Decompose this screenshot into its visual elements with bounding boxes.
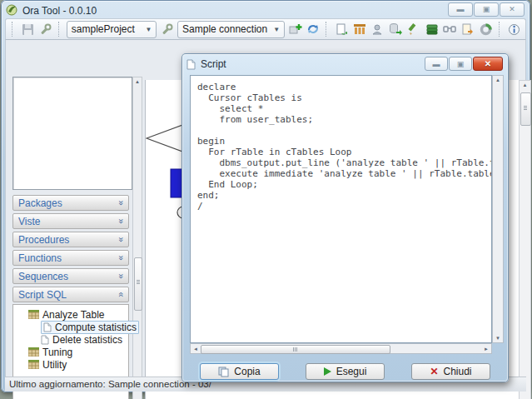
window-title: Ora Tool - 0.0.10: [22, 5, 97, 17]
canvas-vertical-scrollbar[interactable]: ▲ ▼: [519, 80, 531, 399]
save-button[interactable]: [20, 21, 36, 37]
sidebar-scroll-thumb[interactable]: [134, 257, 142, 311]
table-folder-icon: [28, 360, 39, 369]
scroll-up-icon[interactable]: ▲: [493, 77, 503, 82]
tree-item-label: Utility: [42, 359, 67, 371]
chevron-double-down-icon: »: [116, 200, 125, 205]
app-icon: [6, 3, 18, 18]
code-line: dbms_output.put_line ('analyze table ' |…: [197, 157, 491, 168]
section-label: Packages: [18, 197, 62, 209]
scroll-up-icon[interactable]: ▲: [133, 79, 142, 84]
dialog-minimize-button[interactable]: ▬: [425, 57, 448, 71]
toolbar-grip: [12, 22, 15, 37]
tree-item-compute-statistics[interactable]: Compute statistics: [13, 321, 128, 333]
donut-icon[interactable]: [478, 21, 494, 37]
minimize-button[interactable]: ▬: [448, 2, 473, 17]
execute-button-label: Esegui: [336, 366, 367, 377]
code-line: /: [197, 201, 491, 212]
section-label: Procedures: [18, 234, 69, 246]
script-file-icon: [43, 322, 52, 332]
canvas-vscroll-thumb[interactable]: [520, 92, 531, 126]
project-combobox-value: sampleProject: [72, 23, 135, 35]
sidebar-section-viste[interactable]: Viste »: [12, 213, 129, 229]
close-button[interactable]: ✕: [500, 2, 525, 17]
sidebar-section-functions[interactable]: Functions »: [12, 250, 129, 266]
toolbar-separator: [58, 22, 62, 37]
users-icon[interactable]: [370, 21, 385, 37]
copy-button[interactable]: Copia: [200, 363, 279, 380]
maximize-button[interactable]: ▣: [474, 2, 499, 17]
play-icon: [324, 367, 331, 376]
glasses-icon[interactable]: [442, 21, 458, 37]
project-combobox[interactable]: sampleProject ▼: [67, 21, 157, 38]
chevron-down-icon: ▼: [273, 26, 280, 33]
overview-panel[interactable]: [12, 77, 132, 190]
tree-item-label: Analyze Table: [42, 309, 105, 321]
dialog-horizontal-scrollbar[interactable]: ◄ ►: [190, 343, 492, 354]
sidebar-section-packages[interactable]: Packages »: [12, 195, 129, 211]
scroll-down-icon[interactable]: ▼: [493, 336, 503, 341]
chevron-double-down-icon: »: [116, 255, 125, 260]
code-line: execute immediate 'analyze table ' || rT…: [197, 168, 491, 179]
export-page-icon[interactable]: [460, 21, 475, 37]
chevron-double-down-icon: »: [116, 218, 125, 223]
chevron-double-down-icon: »: [116, 273, 125, 278]
toolbar-separator: [499, 22, 502, 37]
tree-item-label: Tuning: [42, 347, 72, 358]
run-script-icon[interactable]: [334, 21, 350, 37]
scroll-up-icon[interactable]: ▲: [520, 82, 530, 87]
close-dialog-button[interactable]: ✕ Chiudi: [411, 363, 490, 380]
close-button-label: Chiudi: [444, 366, 472, 377]
scroll-right-icon[interactable]: ►: [482, 347, 490, 352]
sidebar-section-sequences[interactable]: Sequences »: [12, 268, 129, 284]
script-file-icon: [186, 59, 196, 70]
project-settings-wrench-icon[interactable]: [37, 21, 53, 37]
toolbar: sampleProject ▼ Sample connection ▼: [5, 18, 526, 40]
section-label: Sequences: [18, 271, 68, 282]
code-line: begin: [197, 136, 491, 147]
chevron-double-up-icon: «: [116, 292, 125, 297]
add-connection-button[interactable]: [287, 21, 303, 37]
tree-item-delete-statistics[interactable]: Delete statistics: [13, 333, 128, 346]
money-cards-icon[interactable]: [424, 21, 440, 37]
dialog-title-bar: Script: [186, 57, 417, 72]
scroll-left-icon[interactable]: ◄: [191, 347, 200, 352]
sidebar-scrollbar[interactable]: ▲ ▼: [132, 77, 142, 399]
section-label: Script SQL: [18, 289, 67, 301]
dialog-vertical-scrollbar[interactable]: ▲ ▼: [492, 75, 504, 343]
sidebar-section-script-sql[interactable]: Script SQL «: [12, 287, 129, 302]
edit-pen-icon[interactable]: [406, 21, 422, 37]
script-file-icon: [41, 335, 49, 345]
code-line: from user_tables;: [197, 114, 491, 125]
table-folder-icon: [28, 310, 39, 319]
table-folder-icon: [28, 347, 39, 357]
copy-icon: [218, 367, 229, 377]
dialog-hscroll-thumb[interactable]: [201, 345, 390, 354]
close-x-icon: ✕: [430, 366, 438, 377]
execute-button[interactable]: Esegui: [306, 363, 385, 380]
chevron-double-down-icon: »: [116, 237, 125, 242]
database-export-icon[interactable]: [388, 21, 404, 37]
code-line: end;: [197, 190, 491, 201]
tree-item-tuning[interactable]: Tuning: [13, 346, 128, 358]
dialog-button-row: Copia Esegui ✕ Chiudi: [181, 363, 509, 382]
code-line: End Loop;: [197, 179, 491, 190]
sql-code-area[interactable]: declare Cursor cTables is select * from …: [190, 75, 492, 343]
tree-item-analyze-table[interactable]: Analyze Table: [13, 308, 128, 321]
info-button[interactable]: [506, 21, 522, 37]
tree-item-label: Delete statistics: [52, 334, 122, 346]
dialog-close-button[interactable]: ✕: [473, 57, 503, 71]
connection-combobox[interactable]: Sample connection ▼: [177, 21, 285, 38]
tables-icon[interactable]: [352, 21, 368, 37]
code-line: For rTable in cTables Loop: [197, 147, 491, 157]
dialog-title: Script: [201, 58, 226, 70]
dialog-maximize-button[interactable]: ▣: [449, 57, 472, 71]
toolbar-separator: [326, 22, 329, 37]
sidebar-section-procedures[interactable]: Procedures »: [12, 232, 129, 247]
copy-button-label: Copia: [234, 366, 260, 377]
code-line: declare: [197, 82, 491, 92]
tree-item-label: Compute statistics: [55, 322, 137, 333]
connection-settings-wrench-icon[interactable]: [159, 21, 175, 37]
tree-item-utility[interactable]: Utility: [13, 358, 128, 371]
refresh-connection-button[interactable]: [306, 21, 321, 37]
